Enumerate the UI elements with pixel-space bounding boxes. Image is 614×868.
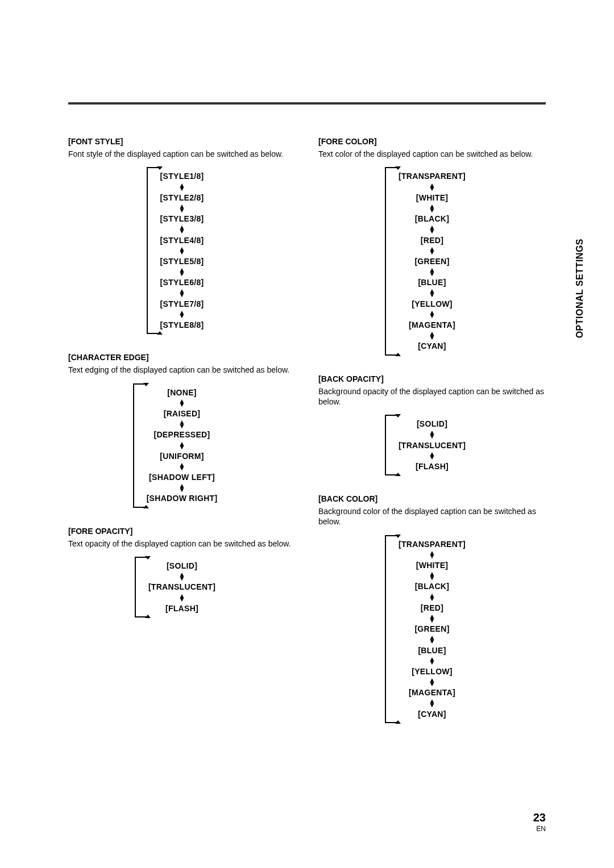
option-cycle: [STYLE1/8]▲▼[STYLE2/8]▲▼[STYLE3/8]▲▼[STY… (147, 165, 218, 336)
up-down-arrow-icon: ▲▼ (179, 226, 185, 233)
section-tab-label: OPTIONAL SETTINGS (574, 239, 586, 338)
up-down-arrow-icon: ▲▼ (179, 573, 185, 580)
option-item: [BLACK] (415, 214, 449, 224)
option-item: [TRANSPARENT] (399, 171, 466, 181)
section-description: Text color of the displayed caption can … (318, 149, 546, 159)
header-rule (68, 102, 546, 105)
up-down-arrow-icon: ▲▼ (429, 594, 435, 601)
option-item: [STYLE6/8] (160, 277, 204, 287)
up-down-arrow-icon: ▲▼ (179, 420, 185, 428)
option-cycle: [SOLID]▲▼[TRANSLUCENT]▲▼[FLASH] (135, 554, 229, 620)
up-down-arrow-icon: ▲▼ (429, 268, 435, 276)
up-down-arrow-icon: ▲▼ (429, 311, 435, 318)
option-list: [SOLID]▲▼[TRANSLUCENT]▲▼[FLASH] (399, 412, 466, 478)
option-list: [STYLE1/8]▲▼[STYLE2/8]▲▼[STYLE3/8]▲▼[STY… (160, 165, 204, 336)
option-cycle: [SOLID]▲▼[TRANSLUCENT]▲▼[FLASH] (385, 412, 479, 478)
settings-section: [FONT STYLE]Font style of the displayed … (68, 136, 296, 336)
cycle-container: [NONE]▲▼[RAISED]▲▼[DEPRESSED]▲▼[UNIFORM]… (68, 381, 296, 510)
option-item: [STYLE1/8] (160, 171, 204, 181)
option-item: [FLASH] (165, 603, 198, 614)
cycle-bracket-icon (135, 557, 146, 617)
section-title: [BACK COLOR] (318, 494, 546, 504)
cycle-container: [SOLID]▲▼[TRANSLUCENT]▲▼[FLASH] (68, 554, 296, 620)
up-down-arrow-icon: ▲▼ (429, 699, 435, 707)
up-down-arrow-icon: ▲▼ (429, 205, 435, 212)
option-item: [STYLE7/8] (160, 299, 204, 309)
two-column-layout: [FONT STYLE]Font style of the displayed … (68, 136, 546, 741)
option-item: [SHADOW LEFT] (149, 472, 215, 482)
cycle-bracket-icon (133, 383, 144, 508)
up-down-arrow-icon: ▲▼ (429, 636, 435, 643)
up-down-arrow-icon: ▲▼ (179, 247, 185, 254)
up-down-arrow-icon: ▲▼ (179, 205, 185, 212)
up-down-arrow-icon: ▲▼ (429, 431, 435, 438)
cycle-container: [TRANSPARENT]▲▼[WHITE]▲▼[BLACK]▲▼[RED]▲▼… (318, 165, 546, 357)
option-item: [WHITE] (416, 560, 449, 570)
settings-section: [BACK COLOR]Background color of the disp… (318, 494, 546, 725)
up-down-arrow-icon: ▲▼ (429, 183, 435, 191)
option-item: [STYLE8/8] (160, 320, 204, 330)
settings-section: [FORE COLOR]Text color of the displayed … (318, 136, 546, 358)
option-item: [UNIFORM] (160, 451, 204, 461)
page-footer: 23 EN (533, 810, 546, 834)
page-number: 23 (533, 810, 546, 825)
option-list: [SOLID]▲▼[TRANSLUCENT]▲▼[FLASH] (148, 554, 215, 620)
right-column: [FORE COLOR]Text color of the displayed … (318, 136, 546, 741)
option-item: [RED] (421, 235, 443, 245)
option-item: [GREEN] (414, 624, 449, 634)
section-title: [FORE OPACITY] (68, 526, 296, 536)
option-item: [FLASH] (416, 461, 449, 471)
settings-section: [BACK OPACITY]Background opacity of the … (318, 374, 546, 478)
option-item: [YELLOW] (412, 299, 453, 309)
manual-page: OPTIONAL SETTINGS [FONT STYLE]Font style… (0, 0, 614, 868)
page-language: EN (533, 825, 546, 834)
option-item: [CYAN] (418, 341, 446, 351)
up-down-arrow-icon: ▲▼ (179, 183, 185, 191)
cycle-container: [TRANSPARENT]▲▼[WHITE]▲▼[BLACK]▲▼[RED]▲▼… (318, 533, 546, 725)
section-title: [FORE COLOR] (318, 136, 546, 147)
option-item: [STYLE4/8] (160, 235, 204, 245)
option-item: [TRANSPARENT] (399, 539, 466, 549)
up-down-arrow-icon: ▲▼ (179, 311, 185, 318)
option-cycle: [NONE]▲▼[RAISED]▲▼[DEPRESSED]▲▼[UNIFORM]… (133, 381, 231, 510)
up-down-arrow-icon: ▲▼ (429, 657, 435, 665)
option-item: [STYLE2/8] (160, 193, 204, 203)
section-title: [BACK OPACITY] (318, 374, 546, 384)
up-down-arrow-icon: ▲▼ (179, 268, 185, 276)
option-item: [SOLID] (417, 419, 447, 429)
option-list: [TRANSPARENT]▲▼[WHITE]▲▼[BLACK]▲▼[RED]▲▼… (399, 533, 466, 725)
up-down-arrow-icon: ▲▼ (429, 678, 435, 686)
up-down-arrow-icon: ▲▼ (429, 615, 435, 622)
up-down-arrow-icon: ▲▼ (179, 442, 185, 449)
option-item: [NONE] (167, 387, 197, 398)
option-item: [MAGENTA] (409, 687, 455, 698)
option-item: [SHADOW RIGHT] (147, 493, 218, 503)
up-down-arrow-icon: ▲▼ (179, 463, 185, 470)
option-item: [MAGENTA] (409, 320, 455, 330)
left-column: [FONT STYLE]Font style of the displayed … (68, 136, 296, 741)
section-description: Text edging of the displayed caption can… (68, 365, 296, 375)
option-item: [BLUE] (418, 645, 446, 656)
option-cycle: [TRANSPARENT]▲▼[WHITE]▲▼[BLACK]▲▼[RED]▲▼… (385, 165, 479, 357)
option-item: [RAISED] (164, 408, 201, 419)
section-title: [CHARACTER EDGE] (68, 352, 296, 362)
option-cycle: [TRANSPARENT]▲▼[WHITE]▲▼[BLACK]▲▼[RED]▲▼… (385, 533, 479, 725)
section-description: Font style of the displayed caption can … (68, 149, 296, 159)
option-item: [BLUE] (418, 277, 446, 287)
option-item: [GREEN] (414, 256, 449, 266)
option-item: [RED] (421, 603, 443, 613)
option-item: [STYLE3/8] (160, 214, 204, 224)
settings-section: [CHARACTER EDGE]Text edging of the displ… (68, 352, 296, 510)
cycle-bracket-icon (147, 167, 158, 334)
up-down-arrow-icon: ▲▼ (429, 332, 435, 339)
option-item: [TRANSLUCENT] (148, 582, 215, 592)
up-down-arrow-icon: ▲▼ (429, 551, 435, 558)
section-description: Background opacity of the displayed capt… (318, 386, 546, 407)
up-down-arrow-icon: ▲▼ (429, 289, 435, 297)
up-down-arrow-icon: ▲▼ (429, 247, 435, 254)
up-down-arrow-icon: ▲▼ (429, 572, 435, 579)
option-item: [STYLE5/8] (160, 256, 204, 266)
up-down-arrow-icon: ▲▼ (429, 452, 435, 460)
cycle-container: [SOLID]▲▼[TRANSLUCENT]▲▼[FLASH] (318, 412, 546, 478)
option-item: [YELLOW] (412, 666, 453, 677)
